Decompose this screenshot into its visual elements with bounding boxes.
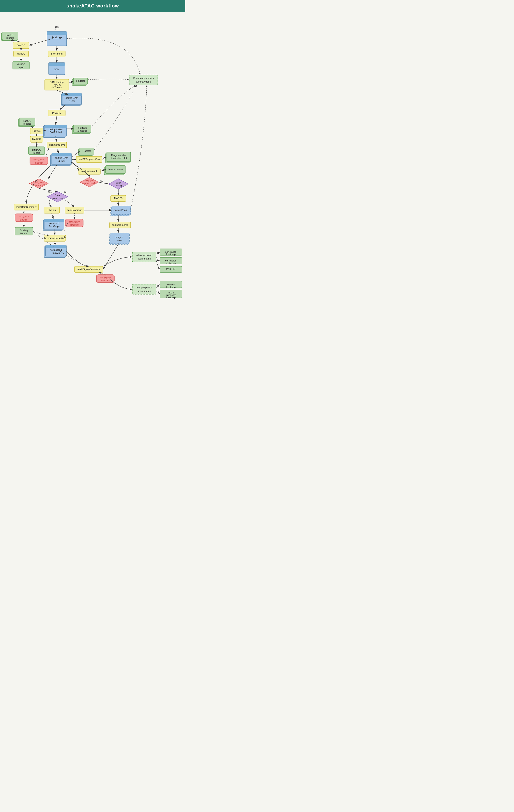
svg-text:reports: reports bbox=[6, 36, 14, 39]
svg-text:report: report bbox=[33, 151, 40, 154]
multi-bam-summary-node: multiBamSummary bbox=[14, 204, 38, 210]
fastqc2-node: FastQC bbox=[30, 128, 43, 134]
sam-filtering-node: SAM filtering - MAPQ - MT reads bbox=[45, 79, 69, 90]
svg-text:deduplicated: deduplicated bbox=[49, 128, 62, 131]
bwa-mem-node: BWA-mem bbox=[48, 51, 65, 57]
alignment-sieve-node: alignmentSieve bbox=[47, 142, 66, 148]
bam-coverage-node: bamCoverage bbox=[65, 207, 84, 213]
workflow-diagram: FastQC FastQC reports MultiQC MultiQC re… bbox=[0, 12, 185, 299]
svg-text:shifted BAM: shifted BAM bbox=[55, 156, 68, 159]
macs3-node: MACS3 bbox=[111, 195, 126, 201]
correction-q1-node: config.yaml correction? bbox=[29, 179, 48, 188]
svg-line-209 bbox=[55, 241, 55, 245]
sorted-bam-bai-node: sorted BAM & .bai bbox=[61, 93, 82, 106]
svg-text:Flagstat: Flagstat bbox=[82, 150, 91, 152]
svg-rect-38 bbox=[62, 93, 82, 96]
multiqc2-node: MultiQC bbox=[30, 136, 43, 142]
svg-text:multiBigwigSummary: multiBigwigSummary bbox=[78, 268, 100, 270]
svg-text:No: No bbox=[64, 191, 67, 193]
svg-text:bamPEFragmentSize: bamPEFragmentSize bbox=[78, 158, 101, 161]
svg-text:blacklist: blacklist bbox=[70, 224, 79, 226]
merged-peaks-score-node: merged peaks score matrix bbox=[132, 284, 156, 294]
svg-text:correlation: correlation bbox=[165, 259, 176, 262]
sam-node: SAM bbox=[49, 63, 65, 75]
svg-text:correction?: correction? bbox=[83, 182, 95, 184]
svg-text:.bigWig: .bigWig bbox=[52, 252, 60, 254]
svg-rect-148 bbox=[46, 245, 66, 248]
picard-node: PICARD bbox=[48, 110, 65, 116]
flagstat1-node: Flagstat bbox=[72, 78, 88, 85]
fastq-gz-node: 🏁 .fastq.gz bbox=[47, 26, 66, 46]
svg-rect-130 bbox=[44, 219, 64, 222]
merged-peaks-node: merged peaks bbox=[110, 233, 130, 244]
svg-text:.fastq.gz: .fastq.gz bbox=[52, 36, 62, 39]
svg-text:alignmentSieve: alignmentSieve bbox=[49, 143, 65, 146]
svg-text:MultiQC: MultiQC bbox=[32, 138, 41, 140]
zscore-heatmap-node: z-score heatmap bbox=[160, 281, 182, 288]
svg-text:MultiQC: MultiQC bbox=[17, 63, 25, 66]
scaling-factors-node: Scaling factors bbox=[15, 227, 33, 235]
svg-text:blacklist: blacklist bbox=[34, 162, 43, 164]
svg-text:heatmap: heatmap bbox=[166, 253, 176, 256]
svg-text:heatmap: heatmap bbox=[166, 286, 176, 288]
blacklist2-node: config.yaml blacklist bbox=[15, 214, 33, 222]
svg-line-202 bbox=[52, 213, 54, 219]
svg-line-186 bbox=[56, 116, 57, 125]
svg-text:peak: peak bbox=[116, 181, 121, 184]
svg-text:config.yaml: config.yaml bbox=[100, 276, 111, 279]
svg-rect-78 bbox=[52, 153, 72, 156]
svg-text:FastQC: FastQC bbox=[17, 44, 25, 47]
svg-text:BAM & .bai: BAM & .bai bbox=[50, 131, 62, 134]
svg-text:merged peaks: merged peaks bbox=[137, 286, 152, 289]
svg-text:.BedGraph: .BedGraph bbox=[48, 225, 60, 228]
svg-text:- MAPQ: - MAPQ bbox=[52, 83, 61, 86]
svg-rect-25 bbox=[49, 63, 65, 66]
svg-text:Counts and metrics: Counts and metrics bbox=[133, 77, 154, 80]
corrected-bedgraph-node: corrected .BedGraph bbox=[43, 219, 64, 230]
svg-text:& .bai: & .bai bbox=[58, 160, 65, 162]
fastqc-reports1-node: FastQC reports bbox=[1, 32, 18, 41]
svg-text:config.yaml: config.yaml bbox=[33, 158, 44, 161]
svg-text:FastQC: FastQC bbox=[23, 120, 31, 122]
svg-text:report: report bbox=[18, 66, 24, 69]
hmcan-node: HMCan bbox=[44, 207, 60, 213]
svg-text:scatterplot: scatterplot bbox=[165, 262, 177, 264]
svg-text:peaks: peaks bbox=[116, 239, 122, 241]
svg-line-199 bbox=[98, 182, 109, 184]
blacklist-multibigwig-node: config.yaml blacklist bbox=[96, 274, 114, 283]
bam-pe-fragment-node: bamPEFragmentSize bbox=[76, 156, 102, 163]
svg-text:heatmap: heatmap bbox=[166, 296, 176, 299]
svg-text:🏁: 🏁 bbox=[55, 26, 59, 30]
svg-text:PICARD: PICARD bbox=[52, 112, 61, 114]
bedtools-merge-node: bedtools merge bbox=[110, 222, 131, 228]
svg-text:SAM filtering: SAM filtering bbox=[50, 81, 63, 83]
svg-rect-159 bbox=[132, 284, 156, 294]
svg-text:correction: correction bbox=[52, 197, 63, 200]
blacklist1-node: config.yaml blacklist bbox=[30, 157, 48, 165]
flagstat-metrics-node: Flagstat & metrics bbox=[72, 125, 91, 134]
svg-text:blacklist: blacklist bbox=[101, 279, 110, 282]
svg-text:score matrix: score matrix bbox=[138, 257, 151, 260]
pca-plot-node: PCA plot bbox=[160, 266, 182, 272]
svg-text:Flagstat: Flagstat bbox=[76, 80, 85, 82]
svg-text:reports: reports bbox=[24, 122, 31, 125]
svg-text:calling: calling bbox=[115, 184, 122, 187]
svg-text:.narrowPeak: .narrowPeak bbox=[113, 209, 127, 211]
svg-text:MultiQC: MultiQC bbox=[32, 148, 41, 151]
svg-text:factors: factors bbox=[20, 232, 28, 235]
multi-bigwig-summary-node: multiBigwigSummary bbox=[75, 266, 103, 272]
svg-rect-162 bbox=[129, 75, 158, 85]
svg-text:sorted BAM: sorted BAM bbox=[65, 96, 78, 99]
svg-text:& metrics: & metrics bbox=[77, 129, 87, 132]
svg-rect-156 bbox=[132, 252, 156, 262]
dedup-bam-node: deduplicated BAM & .bai bbox=[44, 125, 66, 138]
svg-text:- MT reads: - MT reads bbox=[51, 86, 63, 89]
svg-text:FastQC: FastQC bbox=[32, 129, 41, 132]
svg-text:z-score: z-score bbox=[167, 283, 175, 286]
svg-text:BWA-mem: BWA-mem bbox=[51, 52, 63, 55]
svg-text:CNA: CNA bbox=[55, 194, 60, 197]
svg-text:HMCan: HMCan bbox=[48, 209, 56, 211]
svg-text:config.yaml: config.yaml bbox=[19, 215, 29, 218]
svg-text:SAM: SAM bbox=[54, 68, 59, 71]
svg-text:Flagstat: Flagstat bbox=[78, 126, 87, 129]
